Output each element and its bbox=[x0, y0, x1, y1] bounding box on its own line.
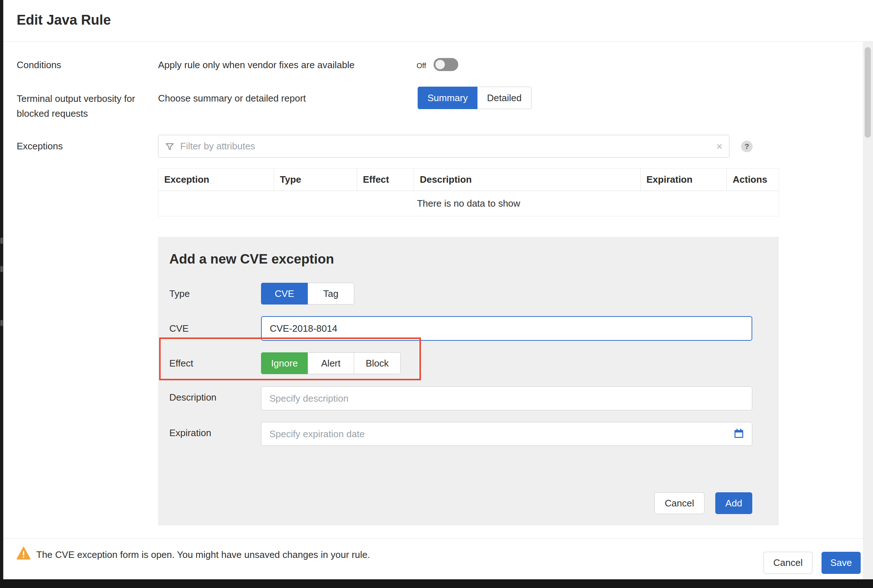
footer-cancel-button[interactable]: Cancel bbox=[764, 552, 813, 574]
description-label: Description bbox=[169, 391, 216, 404]
cve-input[interactable] bbox=[261, 316, 752, 341]
background-app-edge bbox=[0, 0, 3, 588]
scrollbar-thumb[interactable] bbox=[865, 47, 871, 138]
type-cve-button[interactable]: CVE bbox=[261, 283, 308, 304]
add-exception-panel bbox=[158, 237, 779, 525]
toggle-state-label: Off bbox=[417, 62, 426, 70]
scrollbar[interactable] bbox=[863, 42, 873, 579]
verbosity-description: Choose summary or detailed report bbox=[158, 92, 306, 105]
conditions-label: Conditions bbox=[16, 58, 61, 71]
vendor-fixes-toggle[interactable] bbox=[434, 58, 458, 71]
add-exception-title: Add a new CVE exception bbox=[169, 252, 334, 267]
footer-save-button[interactable]: Save bbox=[822, 552, 861, 574]
summary-option-button[interactable]: Summary bbox=[418, 87, 477, 109]
toggle-knob-icon bbox=[435, 60, 445, 69]
background-text-fragment bbox=[0, 238, 3, 244]
empty-table-message: There is no data to show bbox=[158, 191, 779, 216]
effect-block-button[interactable]: Block bbox=[354, 352, 400, 374]
conditions-description: Apply rule only when vendor fixes are av… bbox=[158, 58, 355, 71]
dialog-title: Edit Java Rule bbox=[16, 12, 111, 28]
column-header-effect: Effect bbox=[357, 169, 414, 191]
warning-icon bbox=[16, 547, 30, 561]
effect-group: Ignore Alert Block bbox=[261, 352, 400, 374]
cve-label: CVE bbox=[169, 322, 189, 335]
background-text-fragment bbox=[0, 320, 3, 326]
exception-type-group: CVE Tag bbox=[261, 283, 354, 304]
effect-alert-button[interactable]: Alert bbox=[308, 352, 354, 374]
exceptions-label: Exceptions bbox=[16, 140, 63, 153]
filter-input[interactable] bbox=[180, 141, 710, 152]
column-header-actions: Actions bbox=[727, 169, 779, 191]
effect-ignore-button[interactable]: Ignore bbox=[261, 352, 308, 374]
report-format-group: Summary Detailed bbox=[418, 87, 531, 109]
calendar-icon[interactable] bbox=[733, 428, 745, 441]
background-app-bottom bbox=[0, 579, 873, 588]
column-header-expiration: Expiration bbox=[640, 169, 727, 191]
clear-filter-icon[interactable]: × bbox=[716, 141, 723, 152]
filter-icon bbox=[165, 142, 174, 151]
expiration-label: Expiration bbox=[169, 426, 212, 440]
column-header-description: Description bbox=[414, 169, 640, 191]
exceptions-filter: × bbox=[158, 135, 729, 158]
help-button[interactable]: ? bbox=[741, 141, 753, 152]
detailed-option-button[interactable]: Detailed bbox=[477, 87, 531, 109]
table-header-row: Exception Type Effect Description Expira… bbox=[158, 169, 779, 191]
type-tag-button[interactable]: Tag bbox=[308, 283, 354, 304]
background-text-fragment bbox=[0, 266, 3, 272]
effect-label: Effect bbox=[169, 357, 193, 370]
verbosity-label: Terminal output verbosity for blocked re… bbox=[16, 92, 138, 121]
description-input[interactable] bbox=[261, 387, 752, 410]
unsaved-changes-message: The CVE exception form is open. You migh… bbox=[36, 548, 370, 561]
expiration-input[interactable] bbox=[261, 422, 752, 446]
column-header-exception: Exception bbox=[158, 169, 274, 191]
type-label: Type bbox=[169, 287, 190, 300]
panel-add-button[interactable]: Add bbox=[715, 492, 752, 514]
dialog-header bbox=[3, 0, 873, 42]
empty-table-row: There is no data to show bbox=[158, 191, 779, 216]
exceptions-table: Exception Type Effect Description Expira… bbox=[158, 168, 779, 216]
column-header-type: Type bbox=[274, 169, 357, 191]
panel-cancel-button[interactable]: Cancel bbox=[654, 492, 704, 514]
